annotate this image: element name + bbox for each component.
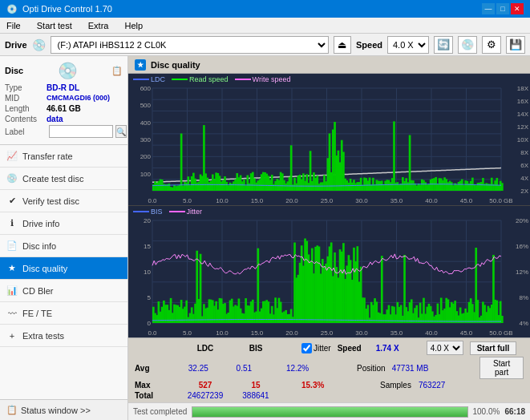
sidebar-item-disc-info[interactable]: 📄 Disc info [0, 235, 127, 257]
window-controls: — □ ✕ [482, 3, 524, 14]
sidebar-item-transfer-rate[interactable]: 📈 Transfer rate [0, 145, 127, 168]
start-part-button[interactable]: Start part [479, 357, 524, 379]
speed-select[interactable]: 4.0 X [387, 36, 429, 54]
main-layout: Disc 💿 📋 Type BD-R DL MID CMCMAGDI6 (000… [0, 56, 530, 420]
app-icon: 💿 [6, 4, 18, 14]
close-button[interactable]: ✕ [511, 3, 524, 14]
length-value: 46.61 GB [47, 104, 81, 113]
charts-area: LDC Read speed Write speed [128, 74, 530, 337]
contents-value: data [47, 115, 63, 123]
menu-start-test[interactable]: Start test [34, 19, 75, 32]
verify-test-disc-icon: ✔ [6, 196, 18, 207]
disc-quality-title: Disc quality [151, 60, 200, 70]
type-value: BD-R DL [47, 83, 79, 92]
sidebar-item-create-test-disc[interactable]: 💿 Create test disc [0, 168, 127, 190]
fe-te-label: FE / TE [22, 309, 52, 318]
ldc-header: LDC [181, 344, 229, 353]
cd-bler-icon: 📊 [6, 285, 18, 297]
title-bar: 💿 Opti Drive Control 1.70 — □ ✕ [0, 0, 530, 18]
sidebar-item-drive-info[interactable]: ℹ Drive info [0, 212, 127, 235]
status-window-label: Status window >> [21, 406, 91, 415]
minimize-button[interactable]: — [482, 3, 495, 14]
speed-select-stats[interactable]: 4.0 X [427, 341, 463, 355]
menu-file[interactable]: File [3, 19, 24, 32]
disc-panel-icon: 💿 [58, 61, 78, 80]
total-label: Total [135, 391, 175, 400]
menu-help[interactable]: Help [121, 19, 146, 32]
extra-tests-label: Extra tests [22, 331, 64, 341]
content-area: ★ Disc quality LDC Read speed [128, 56, 530, 420]
max-jitter: 15.3% [301, 381, 374, 390]
start-full-button[interactable]: Start full [470, 341, 517, 355]
drive-select[interactable]: (F:) ATAPI iHBS112 2 CL0K [51, 36, 329, 54]
mid-label: MID [5, 94, 47, 103]
speed-header: Speed [338, 344, 370, 353]
disc-quality-icon: ★ [6, 263, 18, 274]
sidebar-item-fe-te[interactable]: 〰 FE / TE [0, 302, 127, 325]
drive-label: Drive [5, 40, 27, 50]
settings-button[interactable]: ⚙ [482, 36, 501, 54]
extra-tests-icon: + [6, 330, 18, 341]
progress-area: Test completed 100.0% 66:18 [128, 402, 530, 420]
chart-top: LDC Read speed Write speed [128, 74, 530, 206]
sidebar-item-extra-tests[interactable]: + Extra tests [0, 325, 127, 347]
disc-quality-header: ★ Disc quality [128, 56, 530, 74]
legend-write-speed: Write speed [253, 75, 291, 83]
jitter-checkbox[interactable] [301, 343, 312, 353]
position-value: 47731 MB [392, 364, 431, 373]
disc-small-icon: 📋 [111, 66, 123, 76]
jitter-label: Jitter [314, 344, 331, 353]
drive-info-label: Drive info [22, 219, 59, 228]
eject-button[interactable]: ⏏ [334, 36, 351, 54]
stats-bar: LDC BIS Jitter Speed 1.74 X 4.0 X Start … [128, 337, 530, 402]
disc-button[interactable]: 💿 [458, 36, 477, 54]
bottom-chart-legend: BIS Jitter [133, 208, 202, 216]
type-label: Type [5, 83, 47, 92]
refresh-button[interactable]: 🔄 [434, 36, 453, 54]
max-bis: 15 [236, 381, 276, 390]
top-chart-canvas [128, 74, 530, 205]
transfer-rate-label: Transfer rate [22, 151, 73, 161]
top-chart-legend: LDC Read speed Write speed [133, 75, 290, 83]
menu-extra[interactable]: Extra [85, 19, 112, 32]
status-window-item[interactable]: 📋 Status window >> [0, 399, 127, 420]
progress-track [192, 406, 467, 418]
disc-header: Disc [5, 66, 23, 75]
label-input[interactable] [49, 125, 113, 138]
label-icon-button[interactable]: 🔍 [115, 125, 127, 138]
bottom-chart-canvas [128, 206, 530, 337]
avg-bis: 0.51 [226, 364, 262, 373]
contents-label: Contents [5, 115, 47, 123]
legend-read-speed: Read speed [189, 75, 229, 83]
max-label: Max [135, 381, 175, 390]
create-test-disc-label: Create test disc [22, 174, 83, 184]
status-window-icon: 📋 [6, 405, 18, 415]
drive-bar: Drive 💿 (F:) ATAPI iHBS112 2 CL0K ⏏ Spee… [0, 34, 530, 56]
window-title: Opti Drive Control 1.70 [22, 4, 112, 14]
legend-bis: BIS [151, 208, 163, 216]
sidebar-item-disc-quality[interactable]: ★ Disc quality [0, 257, 127, 280]
max-ldc: 527 [181, 381, 229, 390]
progress-percent: 100.0% [473, 407, 500, 416]
maximize-button[interactable]: □ [496, 3, 509, 14]
sidebar: Disc 💿 📋 Type BD-R DL MID CMCMAGDI6 (000… [0, 56, 128, 420]
menu-bar: File Start test Extra Help [0, 18, 530, 34]
avg-jitter: 12.2% [286, 364, 350, 373]
legend-jitter: Jitter [187, 208, 203, 216]
speed-value: 1.74 X [376, 344, 420, 353]
transfer-rate-icon: 📈 [6, 151, 18, 162]
legend-ldc: LDC [151, 75, 165, 83]
save-button[interactable]: 💾 [506, 36, 525, 54]
sidebar-item-cd-bler[interactable]: 📊 CD Bler [0, 280, 127, 302]
speed-label: Speed [356, 40, 382, 50]
dq-icon: ★ [135, 59, 146, 71]
chart-bottom: BIS Jitter [128, 206, 530, 337]
status-text: Test completed [133, 407, 187, 416]
verify-test-disc-label: Verify test disc [22, 196, 79, 206]
sidebar-nav: 📈 Transfer rate 💿 Create test disc ✔ Ver… [0, 145, 127, 420]
samples-label: Samples [380, 381, 412, 390]
drive-info-icon: ℹ [6, 218, 18, 229]
fe-te-icon: 〰 [6, 308, 18, 319]
position-label: Position [357, 364, 386, 373]
sidebar-item-verify-test-disc[interactable]: ✔ Verify test disc [0, 190, 127, 212]
